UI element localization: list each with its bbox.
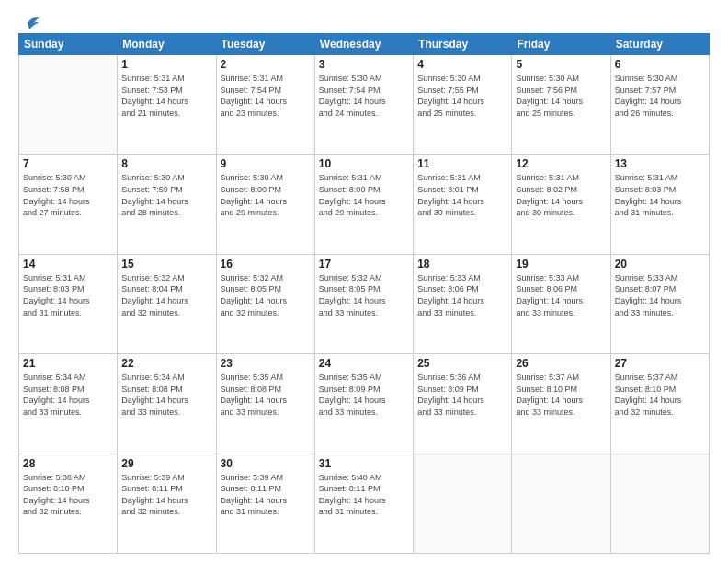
- calendar-cell: [414, 454, 512, 553]
- day-info: Sunrise: 5:31 AM Sunset: 8:02 PM Dayligh…: [516, 172, 606, 218]
- day-info: Sunrise: 5:39 AM Sunset: 8:11 PM Dayligh…: [221, 472, 311, 518]
- calendar-cell: 4Sunrise: 5:30 AM Sunset: 7:55 PM Daylig…: [414, 55, 512, 155]
- day-info: Sunrise: 5:30 AM Sunset: 7:55 PM Dayligh…: [417, 73, 507, 119]
- calendar-cell: 3Sunrise: 5:30 AM Sunset: 7:54 PM Daylig…: [314, 55, 413, 155]
- calendar-table: SundayMondayTuesdayWednesdayThursdayFrid…: [18, 33, 710, 554]
- day-info: Sunrise: 5:30 AM Sunset: 7:56 PM Dayligh…: [516, 73, 606, 119]
- weekday-header-saturday: Saturday: [610, 34, 709, 55]
- calendar-cell: 7Sunrise: 5:30 AM Sunset: 7:58 PM Daylig…: [19, 155, 118, 254]
- calendar-cell: 24Sunrise: 5:35 AM Sunset: 8:09 PM Dayli…: [314, 354, 413, 454]
- calendar-cell: 15Sunrise: 5:32 AM Sunset: 8:04 PM Dayli…: [118, 254, 216, 353]
- calendar-cell: 29Sunrise: 5:39 AM Sunset: 8:11 PM Dayli…: [118, 454, 216, 553]
- calendar-cell: 26Sunrise: 5:37 AM Sunset: 8:10 PM Dayli…: [512, 354, 610, 454]
- day-number: 24: [319, 357, 409, 370]
- week-row-4: 28Sunrise: 5:38 AM Sunset: 8:10 PM Dayli…: [19, 454, 710, 553]
- day-info: Sunrise: 5:32 AM Sunset: 8:05 PM Dayligh…: [319, 272, 409, 318]
- day-info: Sunrise: 5:33 AM Sunset: 8:06 PM Dayligh…: [417, 272, 507, 318]
- day-info: Sunrise: 5:37 AM Sunset: 8:10 PM Dayligh…: [615, 372, 705, 418]
- day-number: 2: [221, 58, 311, 71]
- day-info: Sunrise: 5:30 AM Sunset: 7:57 PM Dayligh…: [615, 73, 705, 119]
- day-info: Sunrise: 5:32 AM Sunset: 8:04 PM Dayligh…: [121, 272, 211, 318]
- weekday-header-monday: Monday: [118, 34, 216, 55]
- day-number: 16: [221, 258, 311, 270]
- day-number: 11: [417, 157, 507, 170]
- day-number: 9: [221, 157, 311, 170]
- calendar-cell: 25Sunrise: 5:36 AM Sunset: 8:09 PM Dayli…: [414, 354, 512, 454]
- day-number: 7: [23, 157, 113, 170]
- calendar-cell: 6Sunrise: 5:30 AM Sunset: 7:57 PM Daylig…: [610, 55, 709, 155]
- header: [18, 15, 710, 28]
- calendar-cell: 5Sunrise: 5:30 AM Sunset: 7:56 PM Daylig…: [512, 55, 610, 155]
- calendar-cell: [19, 55, 118, 155]
- day-info: Sunrise: 5:33 AM Sunset: 8:07 PM Dayligh…: [615, 272, 705, 318]
- calendar-cell: 1Sunrise: 5:31 AM Sunset: 7:53 PM Daylig…: [118, 55, 216, 155]
- calendar-cell: [512, 454, 610, 553]
- day-number: 10: [319, 157, 409, 170]
- weekday-header-tuesday: Tuesday: [216, 34, 314, 55]
- calendar-cell: [610, 454, 709, 553]
- day-number: 6: [615, 58, 705, 71]
- calendar-cell: 19Sunrise: 5:33 AM Sunset: 8:06 PM Dayli…: [512, 254, 610, 353]
- day-number: 12: [516, 157, 606, 170]
- week-row-0: 1Sunrise: 5:31 AM Sunset: 7:53 PM Daylig…: [19, 55, 710, 155]
- day-number: 14: [23, 258, 113, 270]
- day-number: 18: [417, 258, 507, 270]
- day-number: 1: [121, 58, 211, 71]
- day-number: 30: [221, 457, 311, 470]
- calendar-cell: 14Sunrise: 5:31 AM Sunset: 8:03 PM Dayli…: [19, 254, 118, 353]
- calendar-cell: 27Sunrise: 5:37 AM Sunset: 8:10 PM Dayli…: [610, 354, 709, 454]
- calendar-cell: 30Sunrise: 5:39 AM Sunset: 8:11 PM Dayli…: [216, 454, 314, 553]
- day-info: Sunrise: 5:38 AM Sunset: 8:10 PM Dayligh…: [23, 472, 113, 518]
- week-row-3: 21Sunrise: 5:34 AM Sunset: 8:08 PM Dayli…: [19, 354, 710, 454]
- calendar-cell: 8Sunrise: 5:30 AM Sunset: 7:59 PM Daylig…: [118, 155, 216, 254]
- day-info: Sunrise: 5:35 AM Sunset: 8:08 PM Dayligh…: [221, 372, 311, 418]
- day-info: Sunrise: 5:31 AM Sunset: 8:03 PM Dayligh…: [615, 172, 705, 218]
- calendar-cell: 11Sunrise: 5:31 AM Sunset: 8:01 PM Dayli…: [414, 155, 512, 254]
- day-info: Sunrise: 5:31 AM Sunset: 7:54 PM Dayligh…: [221, 73, 311, 119]
- weekday-header-wednesday: Wednesday: [314, 34, 413, 55]
- calendar-cell: 9Sunrise: 5:30 AM Sunset: 8:00 PM Daylig…: [216, 155, 314, 254]
- day-info: Sunrise: 5:30 AM Sunset: 8:00 PM Dayligh…: [221, 172, 311, 218]
- weekday-header-thursday: Thursday: [414, 34, 512, 55]
- day-info: Sunrise: 5:35 AM Sunset: 8:09 PM Dayligh…: [319, 372, 409, 418]
- day-number: 25: [417, 357, 507, 370]
- day-info: Sunrise: 5:34 AM Sunset: 8:08 PM Dayligh…: [23, 372, 113, 418]
- day-number: 28: [23, 457, 113, 470]
- logo-bird-icon: [20, 15, 40, 31]
- day-info: Sunrise: 5:33 AM Sunset: 8:06 PM Dayligh…: [516, 272, 606, 318]
- day-number: 15: [121, 258, 211, 270]
- week-row-1: 7Sunrise: 5:30 AM Sunset: 7:58 PM Daylig…: [19, 155, 710, 254]
- day-number: 31: [319, 457, 409, 470]
- calendar-cell: 31Sunrise: 5:40 AM Sunset: 8:11 PM Dayli…: [314, 454, 413, 553]
- calendar-cell: 20Sunrise: 5:33 AM Sunset: 8:07 PM Dayli…: [610, 254, 709, 353]
- week-row-2: 14Sunrise: 5:31 AM Sunset: 8:03 PM Dayli…: [19, 254, 710, 353]
- day-number: 19: [516, 258, 606, 270]
- weekday-header-sunday: Sunday: [19, 34, 118, 55]
- day-number: 3: [319, 58, 409, 71]
- day-number: 13: [615, 157, 705, 170]
- calendar-cell: 28Sunrise: 5:38 AM Sunset: 8:10 PM Dayli…: [19, 454, 118, 553]
- day-info: Sunrise: 5:30 AM Sunset: 7:58 PM Dayligh…: [23, 172, 113, 218]
- day-number: 17: [319, 258, 409, 270]
- day-info: Sunrise: 5:34 AM Sunset: 8:08 PM Dayligh…: [121, 372, 211, 418]
- calendar-cell: 21Sunrise: 5:34 AM Sunset: 8:08 PM Dayli…: [19, 354, 118, 454]
- day-info: Sunrise: 5:30 AM Sunset: 7:54 PM Dayligh…: [319, 73, 409, 119]
- day-number: 29: [121, 457, 211, 470]
- day-info: Sunrise: 5:36 AM Sunset: 8:09 PM Dayligh…: [417, 372, 507, 418]
- day-info: Sunrise: 5:31 AM Sunset: 8:00 PM Dayligh…: [319, 172, 409, 218]
- weekday-header-row: SundayMondayTuesdayWednesdayThursdayFrid…: [19, 34, 710, 55]
- calendar-cell: 23Sunrise: 5:35 AM Sunset: 8:08 PM Dayli…: [216, 354, 314, 454]
- day-number: 26: [516, 357, 606, 370]
- day-number: 4: [417, 58, 507, 71]
- day-info: Sunrise: 5:30 AM Sunset: 7:59 PM Dayligh…: [121, 172, 211, 218]
- calendar-cell: 17Sunrise: 5:32 AM Sunset: 8:05 PM Dayli…: [314, 254, 413, 353]
- day-info: Sunrise: 5:32 AM Sunset: 8:05 PM Dayligh…: [221, 272, 311, 318]
- day-number: 23: [221, 357, 311, 370]
- day-info: Sunrise: 5:31 AM Sunset: 7:53 PM Dayligh…: [121, 73, 211, 119]
- day-info: Sunrise: 5:31 AM Sunset: 8:03 PM Dayligh…: [23, 272, 113, 318]
- page: SundayMondayTuesdayWednesdayThursdayFrid…: [0, 0, 728, 563]
- logo: [18, 15, 40, 28]
- weekday-header-friday: Friday: [512, 34, 610, 55]
- day-info: Sunrise: 5:39 AM Sunset: 8:11 PM Dayligh…: [121, 472, 211, 518]
- day-number: 22: [121, 357, 211, 370]
